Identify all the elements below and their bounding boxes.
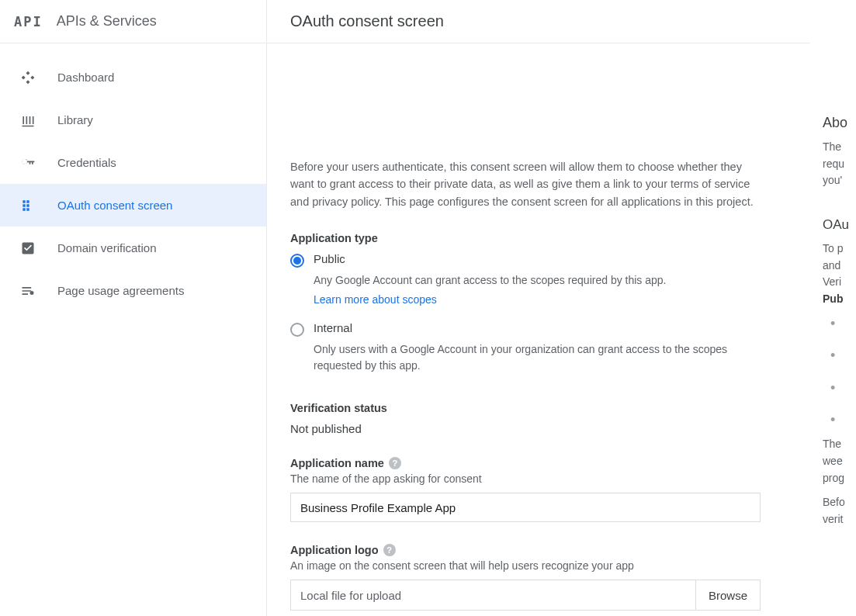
learn-more-scopes-link[interactable]: Learn more about scopes: [314, 293, 437, 306]
library-icon: [20, 112, 36, 128]
application-type-heading: Application type: [290, 232, 787, 244]
aside-text: wee: [823, 453, 856, 470]
application-logo-hint: An image on the consent screen that will…: [290, 559, 787, 572]
radio-public[interactable]: [290, 254, 304, 268]
aside-oauth-heading: OAu: [823, 217, 856, 233]
application-logo-label: Application logo: [290, 544, 379, 556]
application-logo-placeholder[interactable]: Local file for upload: [291, 580, 695, 610]
consent-screen-icon: [20, 198, 36, 213]
radio-internal-label: Internal: [314, 321, 352, 334]
radio-internal[interactable]: [290, 323, 304, 337]
help-icon[interactable]: ?: [389, 457, 401, 469]
sidebar-item-library[interactable]: Library: [0, 99, 266, 141]
main: OAuth consent screen Before your users a…: [267, 0, 856, 616]
aside-text: you': [823, 172, 856, 189]
form-area: Before your users authenticate, this con…: [267, 43, 810, 616]
nav: Dashboard Library Credentials OAuth cons…: [0, 43, 266, 312]
sidebar-item-label: Dashboard: [57, 71, 114, 84]
aside-text: verit: [823, 511, 856, 528]
aside-text: requ: [823, 156, 856, 173]
aside-text: and: [823, 258, 856, 275]
aside-text: prog: [823, 470, 856, 487]
verification-status-heading: Verification status: [290, 402, 787, 414]
sidebar-item-label: OAuth consent screen: [57, 199, 172, 212]
sidebar-item-label: Page usage agreements: [57, 284, 184, 297]
sidebar-item-label: Library: [57, 113, 93, 126]
application-name-input[interactable]: [290, 493, 761, 522]
radio-public-desc: Any Google Account can grant access to t…: [314, 272, 764, 289]
section-title: APIs & Services: [57, 13, 157, 29]
checkbox-icon: [20, 241, 36, 256]
radio-internal-row[interactable]: Internal: [290, 321, 787, 337]
verification-status-value: Not published: [290, 422, 787, 435]
bullet-icon: •: [830, 372, 856, 404]
aside-text: To p: [823, 241, 856, 258]
sidebar-item-dashboard[interactable]: Dashboard: [0, 56, 266, 99]
sidebar-item-oauth-consent[interactable]: OAuth consent screen: [0, 184, 266, 227]
sidebar-item-domain-verification[interactable]: Domain verification: [0, 227, 266, 269]
bullet-icon: •: [830, 308, 856, 340]
page-title: OAuth consent screen: [290, 12, 444, 30]
aside-text: The: [823, 139, 856, 156]
api-logo: API: [14, 14, 43, 29]
dashboard-icon: [20, 70, 36, 85]
application-logo-file-row: Local file for upload Browse: [290, 580, 761, 611]
application-name-label: Application name: [290, 457, 384, 469]
radio-public-row[interactable]: Public: [290, 252, 787, 268]
bullet-icon: •: [830, 340, 856, 372]
aside-panel: Abo The requ you' OAu To p and Veri Pub …: [810, 0, 856, 616]
application-name-hint: The name of the app asking for consent: [290, 472, 787, 485]
aside-text: Veri: [823, 274, 856, 291]
settings-list-icon: [20, 283, 36, 299]
help-icon[interactable]: ?: [383, 544, 396, 556]
radio-public-label: Public: [314, 252, 345, 265]
sidebar-item-label: Domain verification: [57, 241, 157, 254]
sidebar-item-label: Credentials: [57, 156, 116, 169]
content-header: OAuth consent screen: [267, 0, 810, 43]
sidebar: API APIs & Services Dashboard Library Cr…: [0, 0, 267, 616]
aside-about-heading: Abo: [823, 115, 856, 131]
intro-text: Before your users authenticate, this con…: [290, 158, 764, 210]
aside-text: Pub: [823, 291, 856, 308]
bullet-icon: •: [830, 404, 856, 436]
browse-button[interactable]: Browse: [695, 580, 760, 610]
radio-internal-desc: Only users with a Google Account in your…: [314, 341, 764, 374]
sidebar-item-credentials[interactable]: Credentials: [0, 141, 266, 184]
content: OAuth consent screen Before your users a…: [267, 0, 810, 616]
aside-text: The: [823, 436, 856, 453]
key-icon: [20, 155, 36, 171]
sidebar-header: API APIs & Services: [0, 0, 266, 43]
aside-text: Befo: [823, 494, 856, 511]
sidebar-item-page-usage[interactable]: Page usage agreements: [0, 269, 266, 312]
